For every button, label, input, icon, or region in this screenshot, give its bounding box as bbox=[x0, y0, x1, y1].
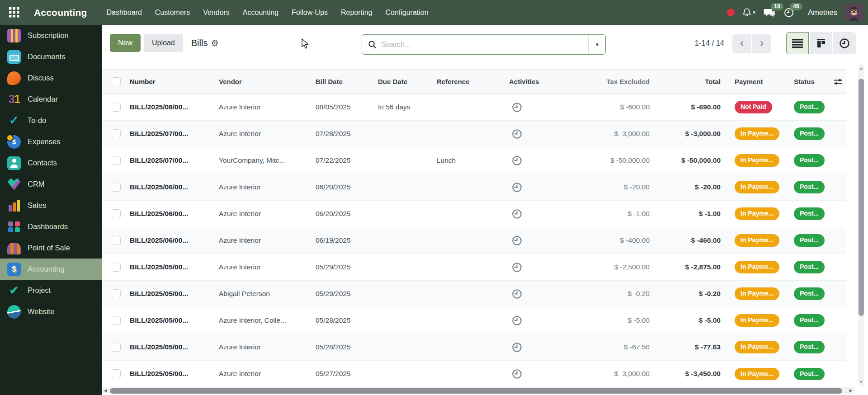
sidebar-item-dashboards[interactable]: Dashboards bbox=[0, 216, 102, 237]
row-activity-clock-icon[interactable] bbox=[512, 262, 522, 273]
table-row[interactable]: BILL/2025/05/00... Azure Interior 05/27/… bbox=[102, 361, 846, 387]
row-activity-clock-icon[interactable] bbox=[512, 182, 522, 193]
column-header-payment[interactable]: Payment bbox=[723, 70, 783, 94]
table-row[interactable]: BILL/2025/07/00... YourCompany, Mitc... … bbox=[102, 147, 846, 174]
user-menu[interactable]: Ametnes bbox=[808, 8, 837, 17]
row-checkbox[interactable] bbox=[112, 289, 121, 298]
menu-accounting[interactable]: Accounting bbox=[238, 5, 283, 20]
row-checkbox[interactable] bbox=[112, 183, 121, 192]
activities-button[interactable]: 46 bbox=[783, 6, 795, 19]
bill-vendor: Azure Interior bbox=[216, 121, 314, 147]
activity-view-button[interactable] bbox=[833, 32, 856, 54]
menu-dashboard[interactable]: Dashboard bbox=[102, 5, 147, 20]
table-row[interactable]: BILL/2025/05/00... Azure Interior 05/28/… bbox=[102, 334, 846, 361]
row-checkbox[interactable] bbox=[112, 316, 121, 325]
table-row[interactable]: BILL/2025/06/00... Azure Interior 06/20/… bbox=[102, 201, 846, 227]
row-activity-clock-icon[interactable] bbox=[512, 289, 522, 299]
row-activity-clock-icon[interactable] bbox=[512, 209, 522, 219]
column-header-number[interactable]: Number bbox=[128, 70, 216, 94]
due-date bbox=[376, 121, 435, 147]
column-header-tax-excluded[interactable]: Tax Excluded bbox=[545, 70, 652, 94]
avatar[interactable] bbox=[845, 4, 863, 21]
menu-vendors[interactable]: Vendors bbox=[198, 5, 235, 20]
upload-button[interactable]: Upload bbox=[144, 34, 183, 52]
table-row[interactable]: BILL/2025/06/00... Azure Interior 06/19/… bbox=[102, 227, 846, 254]
select-all-checkbox[interactable] bbox=[112, 77, 121, 86]
sidebar-item-sales[interactable]: Sales bbox=[0, 195, 102, 216]
pager-previous-button[interactable]: ‹ bbox=[732, 34, 751, 53]
sidebar-item-accounting[interactable]: $ Accounting bbox=[0, 259, 102, 280]
list-view-button[interactable] bbox=[786, 32, 809, 54]
sidebar-item-website[interactable]: Website bbox=[0, 301, 102, 322]
sidebar-item-discuss[interactable]: Discuss bbox=[0, 67, 102, 89]
menu-configuration[interactable]: Configuration bbox=[380, 5, 433, 20]
vertical-scrollbar-thumb[interactable] bbox=[859, 79, 864, 316]
column-header-total[interactable]: Total bbox=[652, 70, 723, 94]
vertical-scrollbar[interactable]: ▲ ▼ bbox=[858, 64, 864, 386]
menu-customers[interactable]: Customers bbox=[150, 5, 195, 20]
sidebar-item-to-do[interactable]: ✓ To-do bbox=[0, 110, 102, 131]
search-input[interactable] bbox=[377, 40, 589, 49]
row-checkbox[interactable] bbox=[112, 209, 121, 218]
sidebar-item-crm[interactable]: CRM bbox=[0, 174, 102, 195]
scroll-down-arrow-icon[interactable]: ▼ bbox=[858, 380, 864, 384]
row-activity-clock-icon[interactable] bbox=[512, 369, 522, 379]
table-row[interactable]: BILL/2025/05/00... Abigail Peterson 05/2… bbox=[102, 281, 846, 307]
row-activity-clock-icon[interactable] bbox=[512, 129, 522, 139]
table-row[interactable]: BILL/2025/08/00... Azure Interior 08/05/… bbox=[102, 94, 846, 121]
column-header-bill-date[interactable]: Bill Date bbox=[314, 70, 376, 94]
bill-vendor: Azure Interior bbox=[216, 174, 314, 201]
row-checkbox[interactable] bbox=[112, 129, 121, 138]
pager-next-button[interactable]: › bbox=[752, 34, 771, 53]
new-button[interactable]: New bbox=[110, 34, 141, 52]
scroll-right-arrow-icon[interactable]: ▶ bbox=[848, 388, 854, 394]
bill-number: BILL/2025/07/00... bbox=[128, 147, 216, 174]
search-filters-toggle[interactable]: ▾ bbox=[589, 35, 605, 54]
notifications-bell-button[interactable]: ▾ bbox=[741, 7, 756, 19]
sidebar-item-expenses[interactable]: $ Expenses bbox=[0, 131, 102, 152]
column-header-due-date[interactable]: Due Date bbox=[376, 70, 435, 94]
column-options-sliders-icon[interactable] bbox=[833, 77, 843, 86]
sidebar-item-contacts[interactable]: Contacts bbox=[0, 152, 102, 174]
menu-follow-ups[interactable]: Follow-Ups bbox=[287, 5, 333, 20]
row-checkbox[interactable] bbox=[112, 156, 121, 165]
sidebar-item-label: Expenses bbox=[28, 137, 60, 146]
row-checkbox[interactable] bbox=[112, 343, 121, 352]
row-activity-clock-icon[interactable] bbox=[512, 102, 522, 113]
due-date bbox=[376, 361, 435, 387]
table-row[interactable]: BILL/2025/05/00... Azure Interior 05/29/… bbox=[102, 254, 846, 281]
reference bbox=[435, 174, 505, 201]
column-header-status[interactable]: Status bbox=[783, 70, 830, 94]
scroll-up-arrow-icon[interactable]: ▲ bbox=[858, 66, 864, 71]
table-row[interactable]: BILL/2025/05/00... Azure Interior, Colle… bbox=[102, 307, 846, 334]
column-header-activities[interactable]: Activities bbox=[505, 70, 545, 94]
app-brand[interactable]: Accounting bbox=[34, 7, 87, 18]
row-activity-clock-icon[interactable] bbox=[512, 155, 522, 166]
row-checkbox[interactable] bbox=[112, 263, 121, 272]
table-row[interactable]: BILL/2025/06/00... Azure Interior 06/20/… bbox=[102, 174, 846, 201]
sidebar-item-project[interactable]: ✔ Project bbox=[0, 280, 102, 301]
menu-reporting[interactable]: Reporting bbox=[336, 5, 377, 20]
column-header-vendor[interactable]: Vendor bbox=[216, 70, 314, 94]
bill-number: BILL/2025/05/00... bbox=[128, 334, 216, 361]
row-activity-clock-icon[interactable] bbox=[512, 235, 522, 246]
apps-grid-icon[interactable] bbox=[6, 5, 22, 20]
row-activity-clock-icon[interactable] bbox=[512, 342, 522, 353]
row-checkbox[interactable] bbox=[112, 369, 121, 378]
cog-menu-gear-icon[interactable]: ⚙ bbox=[211, 39, 218, 47]
sidebar-item-point-of-sale[interactable]: Point of Sale bbox=[0, 237, 102, 259]
sidebar-item-calendar[interactable]: 31 Calendar bbox=[0, 89, 102, 110]
table-row[interactable]: BILL/2025/07/00... Azure Interior 07/28/… bbox=[102, 121, 846, 147]
sidebar-item-documents[interactable]: Documents bbox=[0, 46, 102, 67]
messages-button[interactable]: 10 bbox=[763, 6, 776, 19]
sidebar-item-subscription[interactable]: Subscription bbox=[0, 25, 102, 46]
horizontal-scrollbar-thumb[interactable] bbox=[110, 388, 842, 394]
horizontal-scrollbar[interactable]: ◀ ▶ bbox=[102, 387, 854, 394]
row-checkbox[interactable] bbox=[112, 236, 121, 245]
column-header-reference[interactable]: Reference bbox=[435, 70, 505, 94]
row-checkbox[interactable] bbox=[112, 103, 121, 112]
kanban-view-button[interactable] bbox=[810, 32, 832, 54]
row-activity-clock-icon[interactable] bbox=[512, 315, 522, 326]
scroll-left-arrow-icon[interactable]: ◀ bbox=[102, 388, 108, 394]
search-bar: ▾ bbox=[362, 34, 606, 55]
